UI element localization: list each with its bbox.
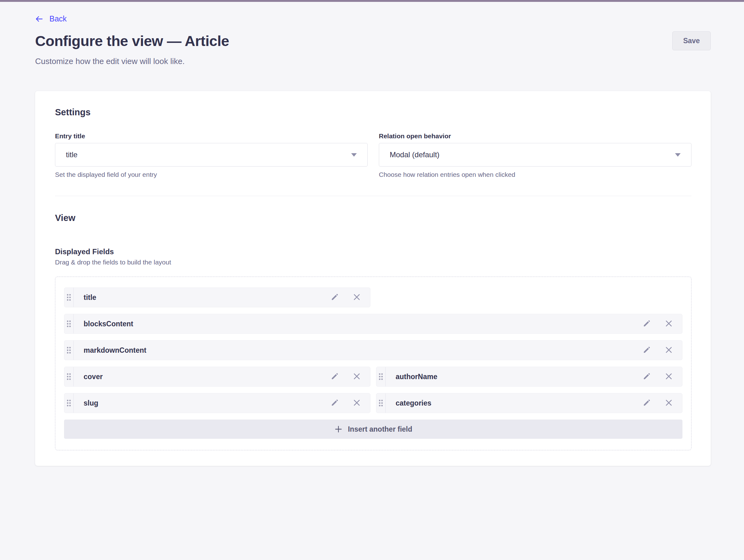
remove-field-button[interactable]: [664, 398, 673, 408]
view-heading: View: [55, 213, 692, 223]
top-accent-strip: [0, 0, 744, 2]
field-chip-categories[interactable]: categories: [376, 393, 682, 413]
configure-view-page: Back Configure the view — Article Save C…: [0, 14, 744, 466]
close-icon: [664, 372, 673, 382]
pencil-icon: [642, 399, 651, 408]
field-chip-actions: [642, 345, 682, 356]
remove-field-button[interactable]: [352, 398, 362, 408]
relation-open-behavior-select[interactable]: Modal (default): [379, 143, 692, 166]
remove-field-button[interactable]: [664, 345, 673, 356]
configuration-card: Settings Entry title title Set the displ…: [35, 91, 711, 466]
drag-handle-icon[interactable]: [64, 288, 74, 307]
field-chip-actions: [330, 292, 370, 303]
relation-open-behavior-label: Relation open behavior: [379, 133, 692, 140]
save-button[interactable]: Save: [672, 31, 711, 50]
page-title: Configure the view — Article: [35, 32, 229, 49]
insert-another-field-label: Insert another field: [348, 425, 412, 434]
edit-field-button[interactable]: [330, 399, 339, 408]
remove-field-button[interactable]: [664, 319, 673, 329]
entry-title-label: Entry title: [55, 133, 368, 140]
pencil-icon: [330, 372, 339, 382]
entry-title-field: Entry title title Set the displayed fiel…: [55, 133, 368, 178]
remove-field-button[interactable]: [352, 372, 362, 382]
settings-heading: Settings: [55, 107, 692, 117]
field-chip-cover[interactable]: cover: [64, 367, 370, 386]
pencil-icon: [330, 399, 339, 408]
close-icon: [664, 319, 673, 329]
edit-field-button[interactable]: [330, 372, 339, 382]
field-chip-slug[interactable]: slug: [64, 393, 370, 413]
field-chip-blocksContent[interactable]: blocksContent: [64, 314, 682, 334]
pencil-icon: [642, 345, 651, 355]
drag-handle-icon[interactable]: [64, 394, 74, 413]
fields-row: blocksContent: [64, 314, 682, 334]
entry-title-select[interactable]: title: [55, 143, 368, 166]
entry-title-value: title: [66, 150, 77, 159]
section-divider: [55, 196, 692, 196]
fields-row: slug categories: [64, 393, 682, 413]
edit-field-button[interactable]: [642, 399, 651, 408]
back-link-label[interactable]: Back: [49, 14, 67, 23]
field-chip-actions: [330, 372, 370, 382]
close-icon: [664, 398, 673, 408]
field-chip-label: cover: [84, 373, 103, 381]
edit-field-button[interactable]: [642, 345, 651, 355]
field-chip-markdownContent[interactable]: markdownContent: [64, 340, 682, 360]
close-icon: [352, 292, 362, 303]
relation-open-behavior-hint: Choose how relation entries open when cl…: [379, 171, 692, 178]
pencil-icon: [642, 372, 651, 382]
fields-row: title: [64, 288, 682, 307]
field-chip-authorName[interactable]: authorName: [376, 367, 682, 386]
page-subtitle: Customize how the edit view will look li…: [35, 57, 711, 66]
relation-open-behavior-value: Modal (default): [390, 150, 440, 159]
remove-field-button[interactable]: [664, 372, 673, 382]
drag-handle-icon[interactable]: [376, 394, 386, 413]
close-icon: [664, 345, 673, 356]
drag-handle-icon[interactable]: [376, 367, 386, 386]
insert-another-field-button[interactable]: Insert another field: [64, 419, 682, 439]
remove-field-button[interactable]: [352, 292, 362, 303]
field-chip-title[interactable]: title: [64, 288, 370, 307]
fields-drop-zone: title blocksContent markdownContent cove…: [55, 276, 692, 450]
field-chip-label: blocksContent: [84, 320, 133, 328]
pencil-icon: [330, 293, 339, 302]
edit-field-button[interactable]: [330, 293, 339, 302]
drag-handle-icon[interactable]: [64, 341, 74, 360]
field-chip-label: title: [84, 293, 96, 302]
back-link[interactable]: Back: [35, 14, 67, 23]
pencil-icon: [642, 319, 651, 329]
settings-form: Entry title title Set the displayed fiel…: [55, 133, 692, 178]
close-icon: [352, 398, 362, 408]
field-chip-actions: [642, 372, 682, 382]
page-header: Configure the view — Article Save: [35, 31, 711, 50]
chevron-down-icon: [351, 153, 357, 157]
drag-handle-icon[interactable]: [64, 367, 74, 386]
field-chip-actions: [330, 398, 370, 408]
displayed-fields-title: Displayed Fields: [55, 247, 692, 256]
field-chip-label: authorName: [396, 373, 437, 381]
close-icon: [352, 372, 362, 382]
drag-handle-icon[interactable]: [64, 314, 74, 333]
edit-field-button[interactable]: [642, 372, 651, 382]
arrow-left-icon: [35, 15, 43, 23]
fields-row: markdownContent: [64, 340, 682, 360]
field-chip-actions: [642, 398, 682, 408]
displayed-fields-hint: Drag & drop the fields to build the layo…: [55, 259, 692, 266]
fields-row: cover authorName: [64, 367, 682, 386]
field-chip-label: slug: [84, 399, 98, 407]
edit-field-button[interactable]: [642, 319, 651, 329]
field-chip-label: categories: [396, 399, 431, 407]
chevron-down-icon: [675, 153, 681, 157]
field-chip-actions: [642, 319, 682, 329]
field-chip-label: markdownContent: [84, 346, 146, 354]
plus-icon: [334, 425, 343, 434]
entry-title-hint: Set the displayed field of your entry: [55, 171, 368, 178]
relation-open-behavior-field: Relation open behavior Modal (default) C…: [379, 133, 692, 178]
